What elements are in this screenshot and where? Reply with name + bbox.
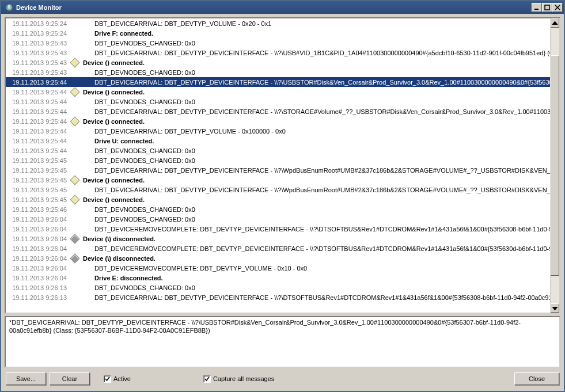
bottom-toolbar: Save... Clear Active Capture all message…	[5, 370, 560, 387]
capture-label: Capture all messages	[213, 375, 274, 382]
list-row[interactable]: 19.11.2013 9:25:24Drive F: connected.	[6, 28, 550, 38]
message-list[interactable]: 19.11.2013 9:25:24DBT_DEVICEARRIVAL: DBT…	[6, 18, 550, 313]
row-time: 19.11.2013 9:26:04	[6, 226, 69, 233]
row-icon	[69, 59, 81, 66]
row-time: 19.11.2013 9:25:45	[6, 177, 69, 184]
row-time: 19.11.2013 9:25:43	[6, 50, 69, 56]
row-message: Device () connected.	[81, 59, 550, 66]
row-time: 19.11.2013 9:25:24	[6, 30, 69, 37]
active-label: Active	[113, 375, 131, 382]
titlebar[interactable]: Device Monitor	[1, 1, 564, 14]
row-time: 19.11.2013 9:25:24	[6, 20, 69, 27]
list-row[interactable]: 19.11.2013 9:26:04DBT_DEVICEREMOVECOMPLE…	[6, 243, 550, 253]
window-title: Device Monitor	[16, 4, 532, 11]
close-button[interactable]	[552, 3, 563, 12]
svg-rect-2	[534, 9, 539, 10]
row-time: 19.11.2013 9:26:13	[6, 294, 69, 301]
diamond-light-icon	[70, 175, 80, 185]
message-list-frame: 19.11.2013 9:25:24DBT_DEVICEARRIVAL: DBT…	[5, 17, 560, 314]
list-row[interactable]: 19.11.2013 9:26:04DBT_DEVICEREMOVECOMPLE…	[6, 263, 550, 273]
list-row[interactable]: 19.11.2013 9:25:45DBT_DEVNODES_CHANGED: …	[6, 155, 550, 165]
scroll-track[interactable]	[551, 28, 559, 303]
list-row[interactable]: 19.11.2013 9:25:44DBT_DEVICEARRIVAL: DBT…	[6, 106, 550, 116]
row-message: DBT_DEVNODES_CHANGED: 0x0	[81, 147, 550, 154]
list-row[interactable]: 19.11.2013 9:25:24DBT_DEVICEARRIVAL: DBT…	[6, 18, 550, 28]
row-time: 19.11.2013 9:26:04	[6, 245, 69, 252]
list-row[interactable]: 19.11.2013 9:26:13DBT_DEVNODES_CHANGED: …	[6, 283, 550, 292]
list-row[interactable]: 19.11.2013 9:25:44DBT_DEVICEARRIVAL: DBT…	[6, 126, 550, 136]
list-row[interactable]: 19.11.2013 9:25:45Device () connected.	[6, 175, 550, 185]
row-icon	[69, 235, 81, 242]
save-button[interactable]: Save...	[6, 372, 46, 385]
list-row[interactable]: 19.11.2013 9:25:43DBT_DEVNODES_CHANGED: …	[6, 67, 550, 77]
list-row[interactable]: 19.11.2013 9:25:44DBT_DEVICEARRIVAL: DBT…	[6, 77, 550, 87]
row-time: 19.11.2013 9:25:43	[6, 69, 69, 76]
row-message: DBT_DEVNODES_CHANGED: 0x0	[81, 206, 550, 213]
list-row[interactable]: 19.11.2013 9:25:46DBT_DEVNODES_CHANGED: …	[6, 204, 550, 214]
clear-button[interactable]: Clear	[50, 372, 90, 385]
list-row[interactable]: 19.11.2013 9:25:44Drive U: connected.	[6, 136, 550, 146]
capture-checkbox[interactable]	[203, 375, 211, 383]
list-row[interactable]: 19.11.2013 9:25:45Device () connected.	[6, 195, 550, 204]
scroll-down-icon[interactable]	[551, 303, 559, 313]
list-row[interactable]: 19.11.2013 9:25:43DBT_DEVICEARRIVAL: DBT…	[6, 48, 550, 58]
list-row[interactable]: 19.11.2013 9:26:04Device (\) disconnecte…	[6, 234, 550, 243]
row-message: DBT_DEVICEARRIVAL: DBT_DEVTYP_DEVICEINTE…	[81, 294, 550, 301]
scroll-up-icon[interactable]	[551, 18, 559, 28]
list-row[interactable]: 19.11.2013 9:26:04Device (\) disconnecte…	[6, 253, 550, 263]
minimize-button[interactable]	[532, 3, 542, 12]
list-row[interactable]: 19.11.2013 9:25:44DBT_DEVNODES_CHANGED: …	[6, 146, 550, 155]
row-time: 19.11.2013 9:26:04	[6, 275, 69, 281]
row-time: 19.11.2013 9:25:44	[6, 138, 69, 144]
row-message: Device () connected.	[81, 177, 550, 184]
maximize-button[interactable]	[542, 3, 552, 12]
close-dialog-button[interactable]: Close	[514, 372, 559, 385]
list-row[interactable]: 19.11.2013 9:25:44DBT_DEVNODES_CHANGED: …	[6, 97, 550, 106]
row-time: 19.11.2013 9:25:45	[6, 187, 69, 193]
row-time: 19.11.2013 9:26:04	[6, 216, 69, 223]
active-checkbox[interactable]	[104, 375, 111, 383]
active-checkbox-wrap[interactable]: Active	[104, 375, 131, 383]
detail-text: *DBT_DEVICEARRIVAL: DBT_DEVTYP_DEVICEINT…	[9, 318, 556, 334]
row-message: DBT_DEVICEREMOVECOMPLETE: DBT_DEVTYP_DEV…	[81, 245, 550, 252]
row-time: 19.11.2013 9:26:04	[6, 255, 69, 262]
app-icon	[5, 3, 14, 12]
list-row[interactable]: 19.11.2013 9:25:44Device () connected.	[6, 87, 550, 97]
row-message: DBT_DEVNODES_CHANGED: 0x0	[81, 216, 550, 223]
vertical-scrollbar[interactable]	[550, 18, 559, 313]
row-time: 19.11.2013 9:25:44	[6, 108, 69, 115]
row-message: DBT_DEVNODES_CHANGED: 0x0	[81, 69, 550, 76]
row-time: 19.11.2013 9:25:44	[6, 98, 69, 105]
row-time: 19.11.2013 9:25:44	[6, 79, 69, 86]
list-row[interactable]: 19.11.2013 9:25:45DBT_DEVICEARRIVAL: DBT…	[6, 165, 550, 175]
list-row[interactable]: 19.11.2013 9:25:43Device () connected.	[6, 58, 550, 67]
row-message: DBT_DEVICEARRIVAL: DBT_DEVTYP_DEVICEINTE…	[81, 108, 550, 115]
row-message: DBT_DEVICEARRIVAL: DBT_DEVTYP_DEVICEINTE…	[81, 167, 550, 174]
list-row[interactable]: 19.11.2013 9:26:04Drive E: disconnected.	[6, 273, 550, 283]
app-window: Device Monitor 19.11.2013 9:25:24DBT_DEV…	[0, 0, 565, 392]
row-message: DBT_DEVICEARRIVAL: DBT_DEVTYP_DEVICEINTE…	[81, 79, 550, 86]
capture-checkbox-wrap[interactable]: Capture all messages	[203, 375, 274, 383]
diamond-light-icon	[70, 87, 80, 97]
list-row[interactable]: 19.11.2013 9:26:13DBT_DEVICEARRIVAL: DBT…	[6, 292, 550, 302]
row-time: 19.11.2013 9:26:04	[6, 235, 69, 242]
detail-pane[interactable]: *DBT_DEVICEARRIVAL: DBT_DEVTYP_DEVICEINT…	[5, 316, 560, 368]
row-time: 19.11.2013 9:25:43	[6, 40, 69, 47]
scroll-thumb[interactable]	[551, 55, 559, 276]
row-icon	[69, 118, 81, 125]
row-message: Drive U: connected.	[81, 138, 550, 144]
list-row[interactable]: 19.11.2013 9:25:44Device () connected.	[6, 116, 550, 126]
row-message: DBT_DEVICEARRIVAL: DBT_DEVTYP_VOLUME - 0…	[81, 20, 550, 27]
diamond-dark-icon	[70, 234, 80, 243]
row-message: Drive E: disconnected.	[81, 275, 550, 281]
diamond-light-icon	[70, 116, 80, 126]
list-row[interactable]: 19.11.2013 9:26:04DBT_DEVICEREMOVECOMPLE…	[6, 224, 550, 234]
row-time: 19.11.2013 9:26:13	[6, 284, 69, 291]
row-message: DBT_DEVICEARRIVAL: DBT_DEVTYP_VOLUME - 0…	[81, 128, 550, 135]
row-message: Device () connected.	[81, 196, 550, 203]
list-row[interactable]: 19.11.2013 9:25:43DBT_DEVNODES_CHANGED: …	[6, 38, 550, 48]
row-icon	[69, 177, 81, 184]
row-message: Device () connected.	[81, 89, 550, 96]
list-row[interactable]: 19.11.2013 9:25:45DBT_DEVICEARRIVAL: DBT…	[6, 185, 550, 195]
list-row[interactable]: 19.11.2013 9:26:04DBT_DEVNODES_CHANGED: …	[6, 214, 550, 224]
